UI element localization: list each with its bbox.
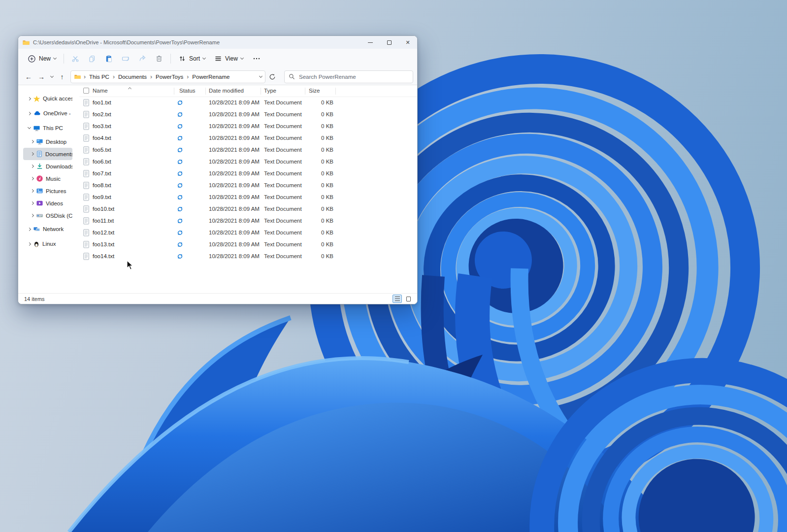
view-button[interactable]: View xyxy=(210,52,248,66)
sync-status-icon xyxy=(177,123,183,130)
sidebar-item-desktop[interactable]: Desktop xyxy=(23,135,72,148)
file-row[interactable]: foo1.txt 10/28/2021 8:09 AM Text Documen… xyxy=(79,97,417,109)
column-divider[interactable] xyxy=(205,88,206,95)
copy-button[interactable] xyxy=(84,51,100,66)
sidebar-item-osdisk[interactable]: OSDisk (C:) xyxy=(23,209,72,222)
file-date-modified: 10/28/2021 8:09 AM xyxy=(209,241,260,247)
file-row[interactable]: foo11.txt 10/28/2021 8:09 AM Text Docume… xyxy=(79,215,417,227)
back-button[interactable]: ← xyxy=(22,70,35,83)
desktop-icon xyxy=(36,138,43,145)
chevron-down-icon xyxy=(28,126,31,129)
sidebar-item-quick-access[interactable]: Quick access xyxy=(23,91,72,106)
breadcrumb[interactable]: › This PC › Documents › PowerToys › Powe… xyxy=(70,70,265,83)
file-name: foo13.txt xyxy=(93,241,114,247)
breadcrumb-separator: › xyxy=(150,73,152,80)
see-more-button[interactable] xyxy=(248,52,265,66)
select-all-checkbox[interactable] xyxy=(83,88,89,94)
search-input[interactable] xyxy=(298,73,409,80)
column-header-name[interactable]: Name xyxy=(93,88,108,94)
more-dots-icon xyxy=(252,55,261,63)
file-date-modified: 10/28/2021 8:09 AM xyxy=(209,135,260,141)
search-box[interactable] xyxy=(284,70,413,83)
text-file-icon xyxy=(83,182,90,189)
document-icon xyxy=(36,150,43,158)
rename-button[interactable] xyxy=(117,51,134,66)
file-rows: foo1.txt 10/28/2021 8:09 AM Text Documen… xyxy=(79,97,417,263)
sidebar-item-this-pc[interactable]: This PC xyxy=(23,121,72,135)
view-button-label: View xyxy=(225,55,238,62)
status-bar: 14 items xyxy=(18,293,417,304)
file-size: 0 KB xyxy=(305,135,333,141)
file-row[interactable]: foo2.txt 10/28/2021 8:09 AM Text Documen… xyxy=(79,109,417,121)
file-row[interactable]: foo7.txt 10/28/2021 8:09 AM Text Documen… xyxy=(79,168,417,180)
details-view-toggle[interactable] xyxy=(393,295,402,303)
text-file-icon xyxy=(83,205,90,213)
toolbar-divider xyxy=(64,54,64,64)
share-button[interactable] xyxy=(134,51,151,66)
up-button[interactable]: ↑ xyxy=(56,70,68,83)
maximize-button[interactable] xyxy=(380,36,398,49)
column-header-date[interactable]: Date modified xyxy=(209,88,244,94)
sync-status-icon xyxy=(177,170,183,177)
close-button[interactable]: ✕ xyxy=(398,36,417,49)
column-divider[interactable] xyxy=(305,88,305,95)
text-file-icon xyxy=(83,194,90,201)
sidebar-item-label: OneDrive - Micro xyxy=(43,110,72,116)
sidebar-item-label: Network xyxy=(43,226,64,232)
file-type: Text Document xyxy=(264,111,302,117)
address-dropdown-icon[interactable] xyxy=(259,74,262,77)
minimize-button[interactable] xyxy=(361,36,380,49)
sidebar-item-linux[interactable]: Linux xyxy=(23,236,72,251)
paste-button[interactable] xyxy=(100,51,117,66)
delete-button[interactable] xyxy=(151,51,167,66)
file-row[interactable]: foo12.txt 10/28/2021 8:09 AM Text Docume… xyxy=(79,227,417,239)
sort-ascending-icon xyxy=(128,87,131,91)
title-bar[interactable]: C:\Users\dedavis\OneDrive - Microsoft\Do… xyxy=(18,36,417,49)
sidebar-item-label: Downloads xyxy=(46,164,72,169)
chevron-right-icon xyxy=(31,140,34,143)
forward-button[interactable]: → xyxy=(35,70,48,83)
cut-button[interactable] xyxy=(67,51,84,66)
sidebar-item-pictures[interactable]: Pictures xyxy=(23,185,72,197)
file-row[interactable]: foo9.txt 10/28/2021 8:09 AM Text Documen… xyxy=(79,192,417,203)
file-name: foo1.txt xyxy=(93,100,111,105)
sort-button[interactable]: Sort xyxy=(174,52,210,66)
breadcrumb-powerrename[interactable]: PowerRename xyxy=(191,73,230,81)
sidebar-item-music[interactable]: Music xyxy=(23,172,72,185)
refresh-button[interactable] xyxy=(267,70,278,83)
breadcrumb-powertoys[interactable]: PowerToys xyxy=(155,73,184,81)
breadcrumb-separator: › xyxy=(113,73,115,80)
column-divider[interactable] xyxy=(335,88,336,95)
file-row[interactable]: foo13.txt 10/28/2021 8:09 AM Text Docume… xyxy=(79,239,417,251)
column-header-type[interactable]: Type xyxy=(264,88,276,94)
new-button[interactable]: New xyxy=(23,52,61,66)
column-divider[interactable] xyxy=(261,88,261,95)
column-divider[interactable] xyxy=(174,88,174,95)
file-row[interactable]: foo6.txt 10/28/2021 8:09 AM Text Documen… xyxy=(79,156,417,168)
file-size: 0 KB xyxy=(305,100,333,105)
file-row[interactable]: foo3.txt 10/28/2021 8:09 AM Text Documen… xyxy=(79,121,417,133)
command-bar: New xyxy=(18,49,417,68)
recent-locations-button[interactable] xyxy=(48,70,56,83)
penguin-icon xyxy=(33,240,40,248)
file-row[interactable]: foo5.txt 10/28/2021 8:09 AM Text Documen… xyxy=(79,144,417,156)
column-header-status[interactable]: Status xyxy=(179,88,196,94)
file-date-modified: 10/28/2021 8:09 AM xyxy=(209,100,260,105)
address-bar: ← → ↑ › This PC › Documents › PowerToys … xyxy=(18,68,417,85)
file-type: Text Document xyxy=(264,241,302,247)
breadcrumb-documents[interactable]: Documents xyxy=(117,73,148,81)
file-row[interactable]: foo10.txt 10/28/2021 8:09 AM Text Docume… xyxy=(79,203,417,215)
sidebar-item-videos[interactable]: Videos xyxy=(23,197,72,209)
sidebar-item-documents[interactable]: Documents xyxy=(23,148,72,160)
file-row[interactable]: foo4.txt 10/28/2021 8:09 AM Text Documen… xyxy=(79,133,417,144)
breadcrumb-this-pc[interactable]: This PC xyxy=(88,73,110,81)
text-file-icon xyxy=(83,241,90,248)
thumbnail-view-toggle[interactable] xyxy=(404,295,413,303)
sidebar-item-onedrive[interactable]: OneDrive - Micro xyxy=(23,106,72,121)
sidebar-item-network[interactable]: Network xyxy=(23,222,72,236)
column-header-size[interactable]: Size xyxy=(309,88,320,94)
videos-icon xyxy=(36,200,43,207)
sidebar-item-downloads[interactable]: Downloads xyxy=(23,160,72,172)
sort-button-label: Sort xyxy=(189,55,200,62)
file-row[interactable]: foo8.txt 10/28/2021 8:09 AM Text Documen… xyxy=(79,180,417,192)
